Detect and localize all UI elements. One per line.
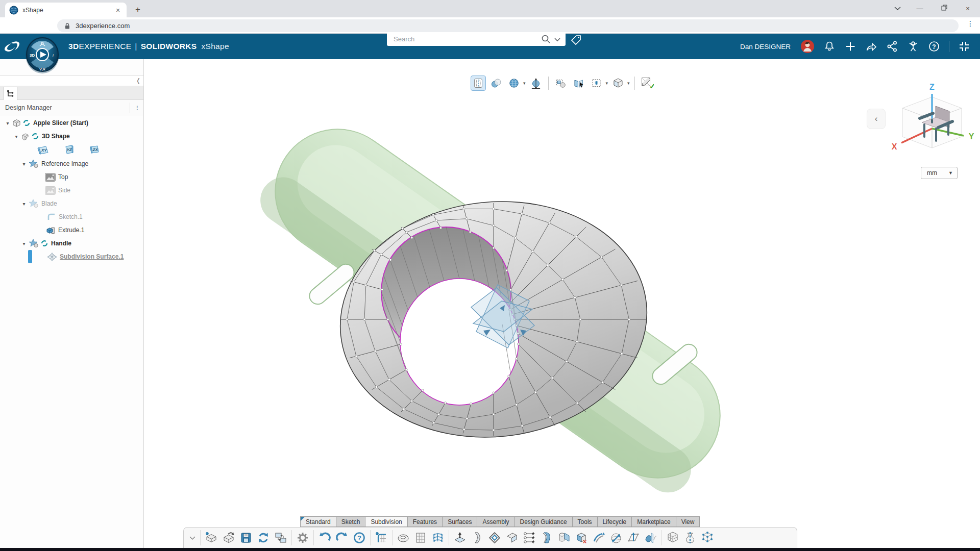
subdivision-box-icon[interactable] <box>412 529 429 546</box>
tree-item-extrude1[interactable]: Extrude.1 <box>0 223 143 237</box>
tree-item-reference-image[interactable]: ▾ Reference Image <box>0 157 143 170</box>
notifications-bell-icon[interactable] <box>823 40 836 53</box>
scale-sphere-icon[interactable] <box>607 529 625 546</box>
avatar[interactable] <box>800 39 815 54</box>
window-minimize-button[interactable]: — <box>910 2 930 15</box>
expand-arrow-icon[interactable]: ▾ <box>20 201 28 207</box>
undo-icon[interactable] <box>316 529 333 546</box>
flex-bend-icon[interactable] <box>590 529 607 546</box>
plane-xy-icon[interactable]: XY <box>37 145 49 155</box>
fullscreen-toggle-icon[interactable] <box>958 40 970 53</box>
user-name[interactable]: Dan DESIGNER <box>740 43 791 51</box>
connect-curves-icon[interactable] <box>521 529 538 546</box>
add-new-icon[interactable] <box>844 40 856 53</box>
browser-menu-icon[interactable]: ⋮ <box>967 19 974 28</box>
tab-features[interactable]: Features <box>407 516 443 527</box>
browser-tab[interactable]: xShape × <box>5 3 127 17</box>
tab-view[interactable]: View <box>676 516 700 527</box>
share-forward-icon[interactable] <box>865 40 877 53</box>
window-chevron-icon[interactable] <box>887 2 908 15</box>
panel-collapse-icon[interactable]: ❬ <box>136 77 141 84</box>
units-dropdown[interactable]: mm ▼ <box>921 167 958 179</box>
tab-subdivision[interactable]: Subdivision <box>365 516 407 527</box>
symmetry-revolve-icon[interactable] <box>681 529 699 546</box>
expand-arrow-icon[interactable]: ▾ <box>13 134 20 139</box>
bevel-face-icon[interactable] <box>503 529 521 546</box>
options-gear-icon[interactable] <box>294 529 311 546</box>
3d-model-scene[interactable] <box>144 59 980 516</box>
expand-arrow-icon[interactable]: ▾ <box>20 161 28 167</box>
group-select-button[interactable] <box>553 76 569 91</box>
help-icon[interactable]: ? <box>928 40 940 53</box>
transparency-button[interactable] <box>488 76 504 91</box>
3d-viewport[interactable]: ▾ ▾ ▾ ✓ ‹ <box>144 59 980 516</box>
view-orientation-cube-button[interactable] <box>610 76 626 91</box>
redo-icon[interactable] <box>333 529 351 546</box>
search-options-chevron-icon[interactable] <box>553 35 562 44</box>
help-tool-icon[interactable]: ? <box>351 529 368 546</box>
user-community-icon[interactable] <box>907 40 919 53</box>
delete-face-icon[interactable]: × <box>573 529 590 546</box>
box-select-dropdown-icon[interactable]: ▾ <box>606 81 608 86</box>
inset-frame-icon[interactable] <box>486 529 503 546</box>
mirror-shape-icon[interactable] <box>642 529 659 546</box>
scale-sphere-button[interactable] <box>528 76 544 91</box>
mirror-selection-button[interactable] <box>571 76 586 91</box>
toolbar-collapse-icon[interactable] <box>187 532 198 543</box>
subdivision-surface-icon[interactable] <box>429 529 447 546</box>
axis-x-label[interactable]: X <box>892 142 897 151</box>
primitive-torus-icon[interactable] <box>395 529 412 546</box>
axis-z-label[interactable]: Z <box>929 83 935 91</box>
bend-surface-icon[interactable] <box>469 529 486 546</box>
tree-item-blade[interactable]: ▾ Blade <box>0 197 143 210</box>
new-tab-button[interactable]: + <box>132 4 144 16</box>
open-part-icon[interactable] <box>220 529 237 546</box>
tag-icon[interactable] <box>570 34 582 46</box>
window-restore-button[interactable] <box>934 2 954 15</box>
tree-item-apple-slicer[interactable]: ▾ Apple Slicer (Start) <box>0 116 143 130</box>
expand-arrow-icon[interactable]: ▾ <box>4 120 11 126</box>
tree-item-3d-shape[interactable]: ▾ 3D Shape <box>0 130 143 143</box>
import-export-icon[interactable] <box>272 529 289 546</box>
edit-subdivision-button[interactable] <box>471 76 486 91</box>
new-sketch-icon[interactable] <box>373 529 390 546</box>
subdivide-cube-icon[interactable] <box>664 529 681 546</box>
thicken-surface-icon[interactable] <box>538 529 555 546</box>
panel-expand-chevron-button[interactable]: ‹ <box>867 109 886 129</box>
view-cube-dropdown-icon[interactable]: ▾ <box>627 81 630 86</box>
trim-with-plane-icon[interactable] <box>555 529 573 546</box>
tree-item-handle[interactable]: ▾ Handle <box>0 237 143 250</box>
orientation-triad[interactable]: Z X Y <box>887 82 979 158</box>
url-bar[interactable]: 3dexperience.com <box>57 19 959 32</box>
plane-yz-icon[interactable]: YZ <box>64 144 75 156</box>
refresh-sync-icon[interactable] <box>255 529 272 546</box>
tab-lifecycle[interactable]: Lifecycle <box>597 516 632 527</box>
plane-zx-icon[interactable]: ZX <box>89 144 100 156</box>
new-part-icon[interactable] <box>203 529 220 546</box>
tree-item-side[interactable]: Side <box>0 184 143 197</box>
window-close-button[interactable]: × <box>958 2 978 15</box>
exit-edit-confirm-button[interactable]: ✓ <box>640 76 655 91</box>
tree-view-tab[interactable] <box>3 87 17 100</box>
raise-face-icon[interactable] <box>451 529 469 546</box>
3dexperience-compass-icon[interactable]: 3D i V,R <box>24 35 60 74</box>
tab-marketplace[interactable]: Marketplace <box>631 516 676 527</box>
save-icon[interactable] <box>237 529 255 546</box>
tab-tools[interactable]: Tools <box>572 516 598 527</box>
tab-assembly[interactable]: Assembly <box>477 516 514 527</box>
tree-item-subdivision-surface1[interactable]: Subdivision Surface.1 <box>0 250 143 263</box>
render-style-globe-button[interactable] <box>506 76 522 91</box>
globe-dropdown-icon[interactable]: ▾ <box>523 81 526 86</box>
tree-item-sketch1[interactable]: Sketch.1 <box>0 210 143 223</box>
search-icon[interactable] <box>541 34 552 45</box>
search-box[interactable] <box>387 32 566 46</box>
tab-standard[interactable]: Standard <box>300 516 336 527</box>
panel-menu-icon[interactable]: ⁝ <box>130 103 138 113</box>
axis-y-label[interactable]: Y <box>969 132 974 141</box>
search-input[interactable] <box>394 35 541 43</box>
tree-item-top[interactable]: Top <box>0 170 143 184</box>
tab-sketch[interactable]: Sketch <box>336 516 366 527</box>
tab-close-icon[interactable]: × <box>113 6 122 14</box>
edit-control-points-icon[interactable] <box>699 529 716 546</box>
share-network-icon[interactable] <box>886 40 898 53</box>
